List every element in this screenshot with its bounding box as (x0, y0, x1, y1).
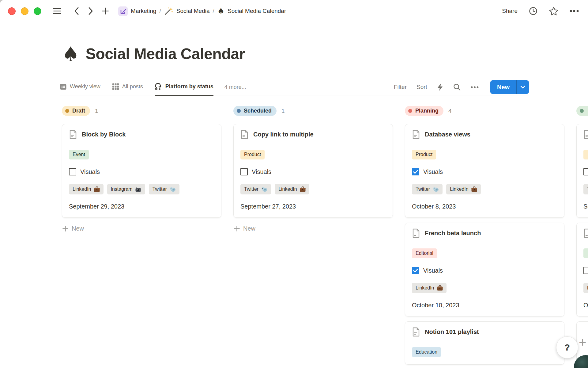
page-icon (412, 228, 420, 238)
new-card-button[interactable]: New (233, 224, 393, 233)
checkbox-unchecked[interactable] (583, 168, 588, 175)
tab-label: Platform by status (165, 83, 213, 90)
updates-clock-icon[interactable] (529, 6, 538, 16)
automation-bolt-icon[interactable] (437, 83, 443, 91)
checkbox-checked[interactable] (412, 168, 419, 175)
bird-emoji (433, 186, 439, 192)
more-views-button[interactable]: 4 more... (224, 84, 246, 90)
status-pill[interactable]: Planning (405, 106, 443, 116)
board-card[interactable]: LiOc (576, 223, 588, 316)
card-date: September 27, 2023 (240, 203, 296, 210)
status-pill[interactable] (576, 106, 588, 116)
bird-emoji (170, 186, 176, 192)
magic-wand-icon (164, 6, 173, 16)
briefcase-emoji (300, 186, 306, 192)
board-card[interactable]: Notion 101 playlistEducation (405, 321, 564, 365)
page-icon (412, 327, 420, 337)
category-tag: Product (240, 150, 265, 159)
briefcase-emoji (94, 186, 100, 192)
column-count: 4 (448, 108, 452, 114)
board-card[interactable]: Copy link to multipleProductVisualsTwitt… (233, 124, 393, 218)
spade-icon: ♠ (217, 7, 224, 15)
card-title: Copy link to multiple (253, 131, 314, 138)
more-options-icon[interactable] (570, 10, 579, 12)
page-icon (240, 130, 249, 139)
platform-tag-twitter: Twitter (149, 184, 179, 194)
checkbox-checked[interactable] (412, 267, 419, 274)
status-label: Draft (72, 108, 85, 114)
card-date: Oc (583, 302, 588, 309)
minimize-window-button[interactable] (21, 7, 28, 15)
board-card[interactable]: French beta launchEditorialVisualsLinked… (405, 223, 564, 316)
new-card-label: New (72, 225, 84, 232)
tab-label: All posts (122, 83, 143, 90)
new-card-button[interactable]: New (62, 224, 221, 233)
view-tabs-bar: Weekly viewAll postsPlatform by status 4… (60, 79, 529, 95)
board-card[interactable]: Block by BlockEventVisualsLinkedInInstag… (62, 124, 221, 218)
checkbox-label: Visuals (80, 168, 100, 175)
column-count: 1 (95, 108, 98, 114)
filter-button[interactable]: Filter (394, 84, 407, 90)
platform-tag-twitter: Twitter (412, 184, 443, 194)
category-tag: Product (412, 150, 436, 159)
forward-icon[interactable] (88, 7, 93, 15)
close-window-button[interactable] (8, 7, 16, 15)
breadcrumb-separator: / (213, 8, 214, 14)
breadcrumb-label: Social Media (176, 8, 210, 14)
page-title[interactable]: Social Media Calendar (85, 45, 245, 63)
platform-tag-twitter: Twitter (240, 184, 271, 194)
board-card[interactable]: TwSe (576, 124, 588, 218)
board-column-partial: TwSeLiOc (576, 106, 588, 368)
checkbox-unchecked[interactable] (69, 168, 76, 175)
zoom-window-button[interactable] (34, 7, 41, 15)
plus-icon (234, 226, 240, 232)
breadcrumb-separator: / (159, 8, 161, 14)
new-button[interactable]: New (490, 80, 529, 94)
window-titlebar: Marketing/Social Media/♠Social Media Cal… (0, 0, 588, 22)
back-icon[interactable] (74, 7, 79, 15)
tab-all-posts[interactable]: All posts (112, 79, 143, 96)
card-title: Block by Block (82, 131, 126, 138)
search-icon[interactable] (453, 83, 461, 91)
breadcrumb-label: Social Media Calendar (228, 8, 286, 14)
add-group-plus-icon[interactable]: + (579, 336, 586, 349)
sidebar-menu-icon[interactable] (53, 8, 61, 14)
new-button-chevron-down-icon[interactable] (517, 80, 529, 94)
kanban-board: Draft1Block by BlockEventVisualsLinkedIn… (62, 106, 588, 368)
view-options-icon[interactable] (471, 86, 479, 88)
board-column-draft: Draft1Block by BlockEventVisualsLinkedIn… (62, 106, 221, 233)
tab-platform-by-status[interactable]: Platform by status (155, 79, 213, 96)
status-label: Planning (415, 108, 439, 114)
grid-icon (112, 83, 119, 90)
card-date: Se (583, 203, 588, 210)
page-icon (412, 130, 420, 139)
page-icon (583, 228, 588, 238)
checkbox-unchecked[interactable] (240, 168, 248, 175)
breadcrumb-item[interactable]: Marketing (118, 6, 156, 16)
favorite-star-icon[interactable] (549, 6, 559, 16)
new-tab-icon[interactable] (102, 7, 109, 15)
platform-tag-linkedin: LinkedIn (412, 283, 447, 293)
status-label: Scheduled (244, 108, 272, 114)
board-card[interactable]: Database viewsProductVisualsTwitterLinke… (405, 124, 564, 218)
checkbox-label: Visuals (252, 168, 271, 175)
platform-tag-instagram: Instagram (107, 184, 145, 194)
status-dot (408, 109, 412, 113)
breadcrumb-item[interactable]: Social Media (164, 6, 210, 16)
platform-tag-linkedin: LinkedIn (69, 184, 104, 194)
platform-tag-tw: Tw (583, 184, 588, 194)
share-button[interactable]: Share (502, 8, 518, 14)
help-button[interactable]: ? (556, 336, 578, 358)
new-button-label[interactable]: New (490, 80, 516, 94)
calendar-icon (60, 83, 67, 90)
page-icon-spade[interactable]: ♠ (62, 44, 79, 64)
platform-tag-linkedin: LinkedIn (446, 184, 481, 194)
status-pill[interactable]: Scheduled (233, 106, 277, 116)
sort-button[interactable]: Sort (417, 84, 427, 90)
briefcase-emoji (471, 186, 477, 192)
tab-weekly-view[interactable]: Weekly view (60, 79, 100, 96)
card-title: French beta launch (425, 230, 481, 237)
checkbox-unchecked[interactable] (583, 267, 588, 274)
status-pill[interactable]: Draft (62, 106, 90, 116)
breadcrumb-item[interactable]: ♠Social Media Calendar (217, 7, 286, 15)
